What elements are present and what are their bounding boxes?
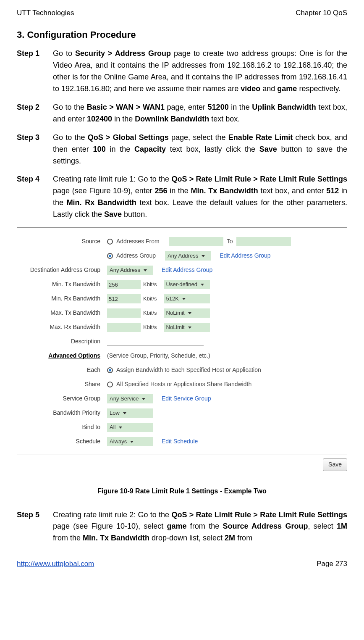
radio-each-label: Assign Bandwidth to Each Specified Host …: [116, 366, 261, 375]
link-edit-dest-address-group[interactable]: Edit Address Group: [162, 266, 212, 275]
min-rx-input[interactable]: [107, 294, 141, 303]
step4-body: Creating rate limit rule 1: Go to the Qo…: [53, 174, 347, 221]
chevron-down-icon: [142, 398, 145, 400]
header-left: UTT Technologies: [17, 8, 74, 18]
label-max-rx: Max. Rx Bandwidth: [23, 323, 107, 332]
chevron-down-icon: [123, 412, 126, 414]
step1-label: Step 1: [17, 48, 53, 95]
link-edit-service-group[interactable]: Edit Service Group: [162, 394, 211, 403]
radio-share[interactable]: [107, 382, 113, 387]
label-to: To: [227, 237, 233, 246]
unit-kbits: Kbit/s: [143, 280, 157, 289]
footer-page: Page 273: [317, 558, 347, 569]
chevron-down-icon: [201, 284, 204, 286]
step2-body: Go to the Basic > WAN > WAN1 page, enter…: [53, 102, 347, 125]
label-advanced-options[interactable]: Advanced Options: [23, 351, 107, 361]
min-tx-select[interactable]: User-defined: [164, 280, 210, 289]
label-share: Share: [23, 380, 107, 389]
chevron-down-icon: [188, 312, 191, 314]
label-description: Description: [23, 337, 107, 346]
dest-group-select[interactable]: Any Address: [107, 266, 153, 275]
min-rx-select[interactable]: 512K: [164, 294, 210, 303]
figure-caption: Figure 10-9 Rate Limit Rule 1 Settings -…: [17, 486, 347, 497]
chevron-down-icon: [202, 255, 205, 257]
chevron-down-icon: [188, 327, 191, 329]
max-rx-input[interactable]: [107, 323, 141, 332]
footer-url[interactable]: http://www.uttglobal.com: [17, 558, 94, 569]
source-group-select[interactable]: Any Address: [165, 251, 211, 261]
figure-form: Source Addresses From To Address Group A…: [17, 227, 347, 455]
label-bind-to: Bind to: [23, 423, 107, 432]
priority-select[interactable]: Low: [107, 408, 153, 418]
link-edit-schedule[interactable]: Edit Schedule: [162, 437, 198, 446]
chevron-down-icon: [130, 441, 134, 443]
step3-label: Step 3: [17, 132, 53, 167]
max-tx-select[interactable]: NoLimit: [164, 308, 210, 318]
min-tx-input[interactable]: [107, 280, 141, 289]
radio-each[interactable]: [107, 367, 113, 373]
header-right: Chapter 10 QoS: [296, 8, 347, 18]
advanced-options-subtext: (Service Group, Priority, Schedule, etc.…: [107, 351, 210, 361]
chevron-down-icon: [144, 269, 147, 271]
label-min-rx: Min. Rx Bandwidth: [23, 294, 107, 303]
source-from-input[interactable]: [169, 237, 223, 246]
max-rx-select[interactable]: NoLimit: [164, 323, 210, 332]
step3-body: Go to the QoS > Global Settings page, se…: [53, 132, 347, 167]
step4-label: Step 4: [17, 174, 53, 221]
label-min-tx: Min. Tx Bandwidth: [23, 280, 107, 289]
radio-share-label: All Specified Hosts or Applications Shar…: [116, 380, 251, 389]
chevron-down-icon: [119, 427, 122, 429]
radio-addresses-from-label: Addresses From: [116, 237, 160, 246]
label-each: Each: [23, 366, 107, 375]
bind-to-select[interactable]: All: [107, 423, 153, 432]
section-title: 3. Configuration Procedure: [17, 28, 347, 42]
label-max-tx: Max. Tx Bandwidth: [23, 308, 107, 318]
service-group-select[interactable]: Any Service: [107, 394, 153, 403]
save-button[interactable]: Save: [323, 458, 347, 471]
description-input[interactable]: [107, 337, 204, 346]
label-service-group: Service Group: [23, 394, 107, 403]
radio-addresses-from[interactable]: [107, 239, 113, 245]
link-edit-address-group[interactable]: Edit Address Group: [220, 251, 270, 261]
radio-address-group-label: Address Group: [116, 251, 156, 261]
label-schedule: Schedule: [23, 437, 107, 446]
chevron-down-icon: [182, 298, 186, 300]
schedule-select[interactable]: Always: [107, 437, 153, 446]
step5-label: Step 5: [17, 509, 53, 545]
label-source: Source: [23, 237, 107, 246]
max-tx-input[interactable]: [107, 308, 141, 318]
label-dest-group: Destination Address Group: [23, 266, 107, 275]
step5-body: Creating rate limit rule 2: Go to the Qo…: [53, 509, 347, 545]
step1-body: Go to Security > Address Group page to c…: [53, 48, 347, 95]
radio-address-group[interactable]: [107, 253, 113, 259]
step2-label: Step 2: [17, 102, 53, 125]
source-to-input[interactable]: [236, 237, 291, 246]
label-bandwidth-priority: Bandwidth Priority: [23, 408, 107, 418]
